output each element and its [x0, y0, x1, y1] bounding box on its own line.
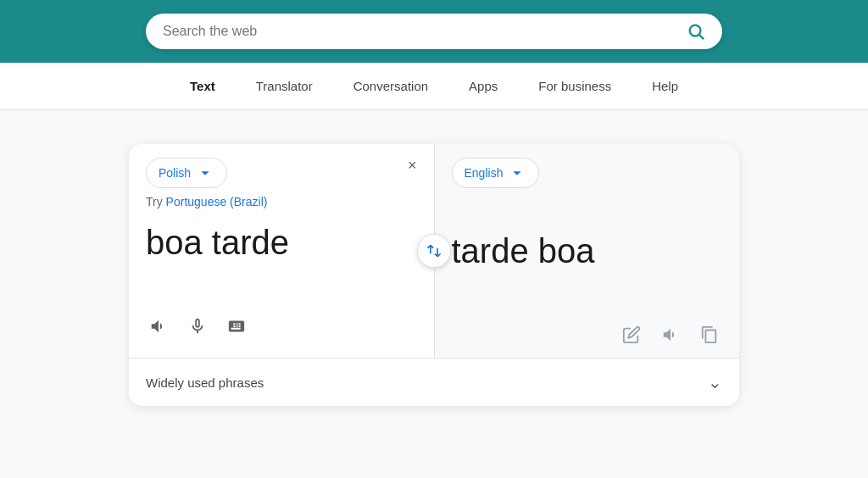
phrases-row[interactable]: Widely used phrases ⌄ — [129, 358, 739, 406]
search-input[interactable] — [163, 24, 687, 39]
copy-icon — [700, 325, 719, 344]
nav-item-help[interactable]: Help — [645, 75, 685, 97]
target-actions — [452, 315, 723, 347]
header — [0, 0, 868, 63]
speaker-icon — [149, 317, 168, 336]
nav-item-apps[interactable]: Apps — [462, 75, 504, 97]
svg-line-1 — [699, 35, 704, 39]
suggestion-link[interactable]: Portuguese (Brazil) — [166, 195, 268, 208]
chevron-down-icon: ⌄ — [708, 372, 722, 392]
target-language-selector[interactable]: English — [452, 158, 540, 188]
source-language-selector[interactable]: Polish — [146, 158, 227, 188]
source-panel: Polish Try Portuguese (Brazil) × boa tar… — [129, 144, 434, 358]
suggestion-row: Try Portuguese (Brazil) — [146, 195, 417, 208]
target-panel: English tarde boa — [435, 144, 740, 358]
source-language-label: Polish — [159, 166, 191, 180]
source-text: boa tarde — [146, 222, 417, 290]
swap-icon — [426, 242, 442, 259]
keyboard-icon — [227, 317, 246, 336]
svg-point-0 — [690, 25, 701, 36]
nav-item-conversation[interactable]: Conversation — [347, 75, 435, 97]
navigation: Text Translator Conversation Apps For bu… — [0, 63, 868, 110]
target-language-label: English — [465, 166, 504, 180]
search-bar — [146, 14, 722, 49]
copy-button[interactable] — [697, 322, 722, 347]
microphone-button[interactable] — [185, 314, 210, 339]
listen-button[interactable] — [146, 314, 171, 339]
target-dropdown-icon — [508, 164, 526, 182]
edit-button[interactable] — [619, 322, 644, 347]
speaker-target-icon — [661, 325, 680, 344]
nav-item-translator[interactable]: Translator — [249, 75, 320, 97]
edit-icon — [622, 325, 641, 344]
source-actions — [146, 307, 417, 339]
phrases-label: Widely used phrases — [146, 375, 264, 390]
nav-item-for-business[interactable]: For business — [531, 75, 618, 97]
microphone-icon — [188, 317, 207, 336]
dropdown-icon — [196, 164, 214, 182]
listen-target-button[interactable] — [658, 322, 683, 347]
search-icon — [687, 22, 705, 41]
search-button[interactable] — [687, 22, 705, 41]
target-text: tarde boa — [452, 231, 723, 298]
keyboard-button[interactable] — [224, 314, 249, 339]
translator-card: Polish Try Portuguese (Brazil) × boa tar… — [129, 144, 739, 406]
translation-panels: Polish Try Portuguese (Brazil) × boa tar… — [129, 144, 739, 358]
suggestion-prefix: Try — [146, 195, 166, 208]
nav-item-text[interactable]: Text — [183, 75, 222, 97]
swap-languages-button[interactable] — [417, 234, 451, 268]
clear-button[interactable]: × — [408, 158, 417, 173]
main-content: Polish Try Portuguese (Brazil) × boa tar… — [0, 110, 868, 440]
